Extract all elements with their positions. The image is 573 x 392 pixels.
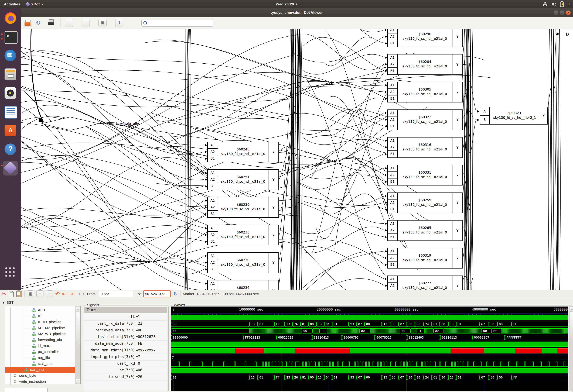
node-$60265[interactable]: A1A2B1$60265sky130_fd_sc_hd__o21ai_0Y xyxy=(387,220,463,241)
wave-row-pc[interactable] xyxy=(171,368,568,374)
wave-area[interactable]: 010000000 sec20000000 sec30000000 sec400… xyxy=(171,307,568,391)
dock-item-rhythmbox[interactable] xyxy=(0,85,21,102)
node-$60251[interactable]: A1A2B1$60251sky130_fd_sc_hd__o21ai_0Y xyxy=(207,169,279,190)
dock-item-writer[interactable] xyxy=(0,104,21,121)
sst-item-IF_ID_pipeline[interactable]: IF_ID_pipeline xyxy=(5,319,75,325)
shift-left-icon[interactable]: ‹ xyxy=(79,291,80,297)
wave-vertical-scrollbar[interactable]: ▲ xyxy=(569,307,573,391)
sst-item-reg_file[interactable]: reg_file xyxy=(5,355,75,361)
zoom-fit-button[interactable]: ▣ xyxy=(27,290,34,297)
title-bar[interactable]: .yosys_show.dot - Dot Viewer − □ ✕ xyxy=(21,8,573,17)
sst-filter-input[interactable] xyxy=(5,388,48,392)
scroll-up-icon[interactable]: ▲ xyxy=(76,307,80,311)
marker-line[interactable] xyxy=(281,314,281,391)
sst-item-send_byte[interactable]: ⚙send_byte xyxy=(5,373,75,379)
node-top_gpio_pins[interactable]: top_gpio_pins xyxy=(41,117,99,131)
show-applications-icon[interactable] xyxy=(5,267,16,277)
wave-row-clk[interactable] xyxy=(171,315,568,320)
sst-item-write_instruction[interactable]: ⚙write_instruction xyxy=(5,379,75,385)
scroll-thumb[interactable] xyxy=(76,312,80,345)
signal-row-data_mem_addr[7:0][interactable]: data_mem_addr[7:0]=FB xyxy=(84,340,167,347)
sst-item-forwarding_alu[interactable]: forwarding_alu xyxy=(5,337,75,343)
node-$60277[interactable]: A1A2B1$60277sky130_fd_sc_hd__o21ai_0Y xyxy=(387,275,463,290)
open-file-button[interactable] xyxy=(24,19,32,27)
node-$60322[interactable]: A1A2B1$60322sky130_fd_sc_hd__o21ai_0Y xyxy=(387,109,463,130)
node-$60230[interactable]: A1A2B1$60230sky130_fd_sc_hd__o21ai_0Y xyxy=(207,252,279,273)
node-$60236[interactable]: A1A2B1$60236sky130_fd_sc_hd__o21ai_0Y xyxy=(207,280,279,290)
reload-icon[interactable]: ↻ xyxy=(173,291,178,297)
node-$60233[interactable]: A1A2B1$60233sky130_fd_sc_hd__o21ai_0Y xyxy=(207,225,279,245)
reload-button[interactable]: ↻ xyxy=(36,19,41,27)
wave-row-data_mem_rdata[interactable] xyxy=(171,348,568,354)
dock-item-files[interactable] xyxy=(0,67,21,84)
print-button[interactable] xyxy=(47,19,55,27)
signal-row-uart_rx_data[7:0][interactable]: uart_rx_data[7:0]=23 xyxy=(84,320,167,327)
sst-item-M1_M2_pipeline[interactable]: M1_M2_pipeline xyxy=(5,325,75,331)
zoom-in-button[interactable]: + xyxy=(65,19,73,27)
dock-item-firefox[interactable] xyxy=(0,11,21,27)
dock-item-software[interactable] xyxy=(0,123,21,140)
clock[interactable]: Wed 20:20 xyxy=(276,0,297,8)
wave-row-to_send[interactable]: 001301FF23268100130401930700138507000324… xyxy=(171,375,568,380)
minimize-button[interactable]: − xyxy=(554,11,558,15)
node-$60331[interactable]: A1A2B1$60331sky130_fd_sc_hd__o21ai_0Y xyxy=(387,165,463,186)
discard-right-icon[interactable]: ⇥ xyxy=(69,291,73,297)
zoom-100-button[interactable]: 1 xyxy=(115,19,123,27)
zoom-fit-button[interactable]: ▣ xyxy=(98,19,107,27)
scroll-thumb[interactable] xyxy=(570,312,573,338)
wave-row-data_mem_addr[interactable] xyxy=(171,341,568,347)
dock-item-terminal[interactable] xyxy=(0,29,21,46)
sst-item-id_mux[interactable]: id_mux xyxy=(5,343,75,349)
signal-row-uart_rxd[interactable]: uart_rxd=0 xyxy=(84,360,167,367)
discard-left-icon[interactable]: ⇤ xyxy=(62,291,67,297)
sst-item-uart_inst[interactable]: uart_inst xyxy=(5,367,75,373)
signal-row-clk[interactable]: clk=1 xyxy=(84,314,167,321)
dock-item-xdot[interactable] xyxy=(0,160,21,177)
node-$60323[interactable]: AB$60323sky130_fd_sc_hd__nor2_1Y xyxy=(480,107,548,124)
cut-icon[interactable]: ✂ xyxy=(2,291,6,297)
signals-list[interactable]: Time clk=1uart_rx_data[7:0]=23recieved_d… xyxy=(84,307,167,391)
wave-row-recieved_data[interactable]: 0000+0000+000000 xyxy=(171,328,568,334)
node-d-port[interactable]: D xyxy=(560,30,573,39)
node-$60319[interactable]: A1A2B1$60319sky130_fd_sc_hd__o21ai_0Y xyxy=(387,248,463,269)
node-$60284[interactable]: A1A2B1$60284sky130_fd_sc_hd__o21ai_0Y xyxy=(387,54,463,75)
signal-row-data_mem_rdata[31:0][interactable]: data_mem_rdata[31:0]=xxxxxxxx xyxy=(84,347,167,354)
zoom-out-button[interactable]: − xyxy=(46,290,53,297)
node-$60248[interactable]: A1A2B1$60248sky130_fd_sc_hd__o21ai_0Y xyxy=(207,142,279,162)
dock-item-help[interactable] xyxy=(0,142,21,158)
scroll-up-icon[interactable]: ▲ xyxy=(570,307,573,311)
app-menu[interactable]: XDot ▼ xyxy=(26,2,43,6)
sst-item-M2_WB_pipeline[interactable]: M2_WB_pipeline xyxy=(5,331,75,337)
node-$60259[interactable]: A1A2B1$60259sky130_fd_sc_hd__o21ai_0Y xyxy=(387,192,463,213)
sst-tree[interactable]: ALUIDIF_ID_pipelineM1_M2_pipelineM2_WB_p… xyxy=(5,306,81,384)
wave-row-uart_rx_data[interactable]: 001301FF23268100130401930700138507000324… xyxy=(171,322,568,327)
close-button[interactable]: ✕ xyxy=(566,11,571,15)
from-input[interactable] xyxy=(99,291,133,297)
signal-row-pc[7:0][interactable]: pc[7:0]=06 xyxy=(84,367,167,374)
wave-row-instruction[interactable]: 00000000FF010113008126230101041300000793… xyxy=(171,335,568,340)
signal-row-instruction[31:0][interactable]: instruction[31:0]=00812623 xyxy=(84,334,167,341)
sst-item-pc_controller[interactable]: pc_controller xyxy=(5,349,75,355)
shift-right-icon[interactable]: › xyxy=(83,291,85,297)
maximize-button[interactable]: □ xyxy=(560,11,564,15)
activities-button[interactable]: Activities xyxy=(4,2,20,6)
node-$60316[interactable]: A1A2B1$60316sky130_fd_sc_hd__o21ai_0Y xyxy=(387,137,463,158)
dock-item-thunderbird[interactable] xyxy=(0,48,21,65)
sst-scrollbar[interactable]: ▲▼ xyxy=(75,306,80,384)
time-header[interactable]: Time xyxy=(84,307,167,313)
graph-canvas[interactable]: A1A2B1$60248sky130_fd_sc_hd__o21ai_0YA1A… xyxy=(21,29,573,290)
paste-icon[interactable] xyxy=(16,290,22,297)
wave-row-input_gpio_pins[interactable]: 7 xyxy=(171,355,568,360)
scroll-down-icon[interactable]: ▼ xyxy=(76,379,80,383)
to-input[interactable] xyxy=(143,290,171,297)
signal-row-input_gpio_pins[3:0][interactable]: input_gpio_pins[3:0]=7 xyxy=(84,354,167,360)
sst-header[interactable]: ▼ SST xyxy=(2,300,14,305)
search-input[interactable] xyxy=(142,19,213,27)
sst-item-ALU[interactable]: ALU xyxy=(5,307,75,313)
zoom-in-button[interactable]: + xyxy=(36,290,43,297)
zoom-out-button[interactable]: − xyxy=(82,19,90,27)
node-$60239[interactable]: A1A2B1$60239sky130_fd_sc_hd__o21ai_0Y xyxy=(207,197,279,218)
sst-item-ID[interactable]: ID xyxy=(5,313,75,319)
pane-splitter-handle[interactable]: | | | xyxy=(38,385,45,387)
wave-row-uart_rxd[interactable] xyxy=(171,361,568,367)
